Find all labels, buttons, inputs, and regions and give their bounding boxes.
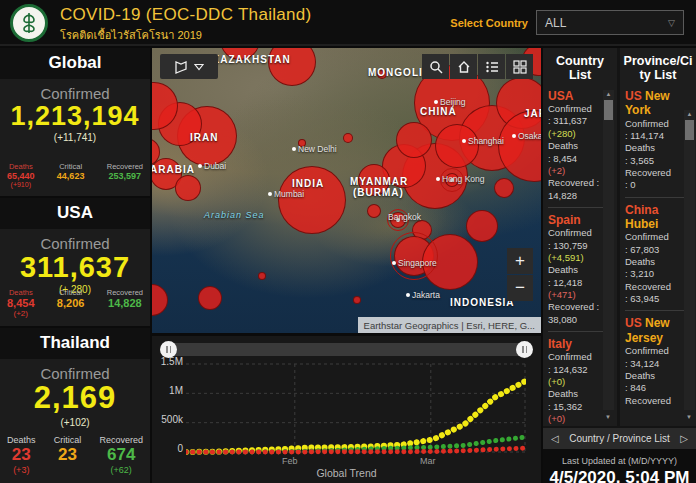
city-marker-dot: [436, 177, 440, 181]
search-button[interactable]: [422, 54, 449, 79]
recovered-value: 253,597: [107, 171, 143, 181]
province-list-item[interactable]: China Hubei Confirmed 67,803 Deaths 3,21…: [625, 203, 693, 312]
usa-stats-panel: USA Confirmed 311,637 (+ 280) Deaths8,45…: [0, 198, 150, 326]
app-header: COVID-19 (EOC-DDC Thailand) โรคติดเชื้อไ…: [0, 0, 696, 46]
deaths-value: 846: [625, 382, 693, 394]
case-bubble[interactable]: [198, 286, 222, 310]
home-button[interactable]: [450, 54, 477, 79]
map-label: Dubai: [204, 161, 226, 171]
confirmed-label: Confirmed: [0, 85, 150, 102]
select-country-label: Select Country: [450, 17, 528, 29]
map-label: Arabian Sea: [204, 210, 265, 220]
deaths-value: 23: [7, 445, 36, 465]
case-bubble[interactable]: [175, 175, 201, 201]
legend-button[interactable]: [478, 54, 505, 79]
province-list-item[interactable]: US New Jersey Confirmed 34,124 Deaths 84…: [625, 316, 693, 412]
confirmed-value: 2,169: [0, 382, 150, 415]
last-updated-block: Last Updated at (M/D/YYYY) 4/5/2020, 5:0…: [543, 449, 696, 483]
province-region: Hubei: [625, 217, 658, 231]
case-bubble[interactable]: [367, 204, 381, 218]
confirmed-value: 67,803: [625, 244, 693, 256]
critical-label: Critical: [57, 162, 85, 171]
deaths-label: Deaths: [625, 142, 693, 154]
covid-dashboard: COVID-19 (EOC-DDC Thailand) โรคติดเชื้อไ…: [0, 0, 696, 483]
home-icon: [457, 60, 471, 74]
deaths-value: 65,440: [7, 171, 35, 181]
recovered-value: 63,945: [625, 293, 693, 305]
map-layers-button[interactable]: [160, 54, 218, 79]
case-bubble[interactable]: [466, 210, 498, 242]
city-marker-dot: [198, 164, 202, 168]
deaths-label: Deaths: [625, 370, 693, 382]
time-range-slider[interactable]: [162, 343, 531, 356]
case-bubble[interactable]: [278, 166, 346, 234]
critical-value: 8,206: [57, 297, 85, 309]
map-label: KAZAKHSTAN: [212, 54, 291, 65]
recovered-value: 14,828: [107, 297, 143, 309]
province-country: US: [625, 316, 642, 330]
basemap-grid-icon: [513, 60, 527, 74]
deaths-delta: (+3): [7, 465, 36, 475]
x-tick-feb: Feb: [282, 456, 298, 466]
map-label: JAPAN: [524, 108, 541, 119]
confirmed-value: 34,124: [625, 358, 693, 370]
deaths-delta: (+2): [7, 309, 35, 318]
scroll-down-icon[interactable]: ▼: [605, 414, 611, 420]
trend-plot[interactable]: [186, 362, 526, 458]
y-tick: 1M: [153, 385, 183, 396]
critical-value: 44,623: [57, 171, 85, 181]
case-bubble[interactable]: [396, 122, 432, 158]
scrollbar-thumb[interactable]: [685, 120, 694, 140]
country-list-scrollbar[interactable]: ▲: [603, 90, 614, 410]
province-list-scrollbar[interactable]: ▲: [684, 110, 695, 410]
case-bubble[interactable]: [152, 284, 168, 316]
critical-label: Critical: [57, 288, 85, 297]
flag-select-icon: [174, 60, 188, 74]
map-label: Shanghai: [468, 136, 504, 146]
confirmed-label: Confirmed: [0, 235, 150, 252]
map-label: Singapore: [398, 258, 437, 268]
case-bubble[interactable]: [435, 124, 479, 168]
case-bubble[interactable]: [353, 296, 361, 304]
confirmed-delta: (+102): [0, 417, 150, 428]
deaths-label: Deaths: [7, 162, 35, 171]
recovered-label: Recovered :: [548, 425, 614, 426]
country-select-value: ALL: [545, 16, 566, 30]
province-list-item[interactable]: US New York Confirmed 114,174 Deaths 3,5…: [625, 89, 693, 198]
recovered-delta: (+62): [99, 465, 143, 475]
province-list-title: Province/City List: [620, 48, 696, 87]
scrollbar-thumb[interactable]: [604, 100, 613, 120]
nav-right-icon[interactable]: ▷: [680, 433, 688, 444]
recovered-label: Recovered: [107, 288, 143, 297]
deaths-label: Deaths: [7, 435, 36, 445]
case-bubble[interactable]: [494, 178, 514, 198]
recovered-label: Recovered: [107, 162, 143, 171]
map-label: Osaka: [518, 131, 541, 141]
world-map[interactable]: KAZAKHSTANMONGOLIACHINAJAPANIRANARABIAIN…: [152, 48, 541, 333]
scroll-up-icon[interactable]: ▲: [603, 90, 614, 99]
case-bubble[interactable]: [258, 272, 266, 280]
province-country: China: [625, 203, 658, 217]
critical-value: 23: [54, 445, 82, 465]
basemap-button[interactable]: [506, 54, 533, 79]
case-bubble[interactable]: [343, 133, 353, 143]
recovered-label: Recovered: [625, 281, 693, 293]
deaths-value: 3,210: [625, 268, 693, 280]
map-label: New Delhi: [298, 144, 337, 154]
slider-handle-right[interactable]: [516, 341, 533, 358]
recovered-label: Recovered: [99, 435, 143, 445]
panel-title: USA: [0, 198, 150, 229]
deaths-value: 3,565: [625, 155, 693, 167]
selection-ring: [390, 232, 438, 280]
country-province-nav: ◁ Country / Province List ▷: [543, 428, 696, 449]
thailand-stats-panel: Thailand Confirmed 2,169 (+102) Deaths23…: [0, 328, 150, 483]
country-select-dropdown[interactable]: ALL ▽: [536, 10, 684, 35]
map-label: MYANMAR: [350, 176, 408, 187]
nav-left-icon[interactable]: ◁: [551, 433, 559, 444]
panel-title: Thailand: [0, 328, 150, 359]
zoom-out-button[interactable]: −: [507, 275, 533, 301]
scroll-down-icon[interactable]: ▼: [686, 414, 692, 420]
city-marker-dot: [512, 134, 516, 138]
zoom-in-button[interactable]: +: [507, 248, 533, 274]
scroll-up-icon[interactable]: ▲: [684, 110, 695, 119]
